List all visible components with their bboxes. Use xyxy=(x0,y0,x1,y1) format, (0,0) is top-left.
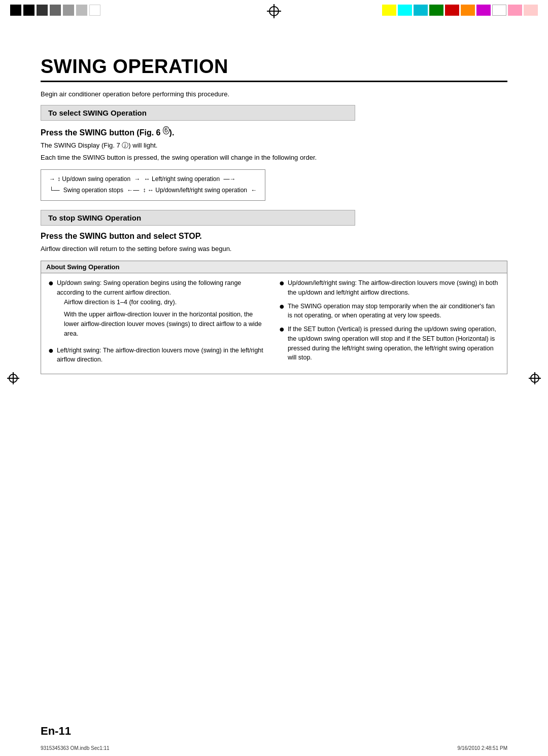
left-crosshair-circle xyxy=(9,374,18,383)
left-crosshair xyxy=(7,372,19,384)
main-content: SWING OPERATION Begin air conditioner op… xyxy=(41,30,507,374)
about-col1: ● Up/down swing: Swing operation begins … xyxy=(48,278,269,369)
about-header: About Swing Operation xyxy=(41,261,507,273)
bullet-icon-3: ● xyxy=(279,278,285,289)
about-box: About Swing Operation ● Up/down swing: S… xyxy=(41,261,507,374)
top-registration-bar xyxy=(0,0,548,20)
bullet-icon-4: ● xyxy=(279,302,285,312)
about-col2-item1-text: Up/down/left/right swing: The airflow-di… xyxy=(288,278,500,298)
section1-body2: Each time the SWING button is pressed, t… xyxy=(41,153,507,163)
about-col1-item1-text: Up/down swing: Swing operation begins us… xyxy=(57,278,269,342)
flow-corner-right: —→ xyxy=(222,174,235,185)
reg-square-1 xyxy=(10,5,21,16)
section1-header: To select SWING Operation xyxy=(41,105,355,121)
about-col2-item1-main: Up/down/left/right swing: The airflow-di… xyxy=(288,279,498,296)
reg-square-3 xyxy=(37,5,48,16)
flow-corner-left: └— xyxy=(49,185,60,196)
about-col1-item2: ● Left/right swing: The airflow-directio… xyxy=(48,346,269,365)
color-pink xyxy=(508,5,522,16)
about-col1-item1-indent1-text: Airflow direction is 1–4 (for cooling, d… xyxy=(64,299,177,306)
section2-header: To stop SWING Operation xyxy=(41,210,355,226)
flow-arrow-back1: ←— xyxy=(125,185,139,196)
footer-file: 9315345363 OM.indb Sec1:11 xyxy=(41,745,110,751)
flow-arrow-start: → xyxy=(49,174,55,185)
flow-leftright-label: ↔ Left/right swing operation xyxy=(144,174,220,185)
center-crosshair xyxy=(267,4,281,18)
color-red xyxy=(445,5,459,16)
flow-row-1: → ↕ Up/down swing operation → ↔ Left/rig… xyxy=(49,174,257,185)
flow-updownleftright-label: ↕ ↔ Up/down/left/right swing operation xyxy=(141,185,247,196)
color-white xyxy=(492,5,506,16)
color-cyan xyxy=(398,5,412,16)
right-crosshair-icon xyxy=(529,372,541,384)
flow-updown-label: ↕ Up/down swing operation xyxy=(57,174,130,185)
section2-subtitle: Press the SWING button and select STOP. xyxy=(41,232,507,241)
about-col2-item2-text: The SWING operation may stop temporarily… xyxy=(288,302,500,321)
about-col1-item1-indent1: Airflow direction is 1–4 (for cooling, d… xyxy=(64,298,269,307)
about-col1-item1-indent2: With the upper airflow-direction louver … xyxy=(64,310,269,338)
about-col2-item1: ● Up/down/left/right swing: The airflow-… xyxy=(279,278,500,298)
page-container: SWING OPERATION Begin air conditioner op… xyxy=(0,0,548,756)
color-squares-right xyxy=(382,5,538,16)
about-col2-item2-main: The SWING operation may stop temporarily… xyxy=(288,303,495,319)
reg-square-5 xyxy=(63,5,74,16)
bullet-icon-5: ● xyxy=(279,325,285,335)
about-col1-item2-main: Left/right swing: The airflow-direction … xyxy=(57,347,263,364)
about-col2-item2: ● The SWING operation may stop temporari… xyxy=(279,302,500,321)
footer-date: 9/16/2010 2:48:51 PM xyxy=(458,745,507,751)
about-col2-item3-main: If the SET button (Vertical) is pressed … xyxy=(288,326,496,361)
reg-square-4 xyxy=(50,5,61,16)
right-crosshair xyxy=(529,372,541,384)
bullet-icon-2: ● xyxy=(48,346,54,356)
about-col1-item1: ● Up/down swing: Swing operation begins … xyxy=(48,278,269,342)
bullet-icon-1: ● xyxy=(48,278,54,289)
section1-body1: The SWING Display (Fig. 7 ⓙ) will light. xyxy=(41,140,507,151)
about-col1-item1-indent2-text: With the upper airflow-direction louver … xyxy=(64,311,262,337)
right-crosshair-circle xyxy=(530,374,539,383)
flow-diagram: → ↕ Up/down swing operation → ↔ Left/rig… xyxy=(41,169,265,200)
flow-arrow-back2: ← xyxy=(249,185,257,196)
flow-arrow-mid: → xyxy=(132,174,142,185)
section2-body: Airflow direction will return to the set… xyxy=(41,244,507,254)
about-col1-item1-main: Up/down swing: Swing operation begins us… xyxy=(57,279,241,296)
intro-text: Begin air conditioner operation before p… xyxy=(41,90,507,98)
about-col2-item3: ● If the SET button (Vertical) is presse… xyxy=(279,325,500,363)
about-content: ● Up/down swing: Swing operation begins … xyxy=(41,273,507,374)
color-lightpink xyxy=(524,5,538,16)
crosshair-icon xyxy=(267,4,281,18)
section1-subtitle: Press the SWING button (Fig. 6 6). xyxy=(41,127,507,137)
about-col2: ● Up/down/left/right swing: The airflow-… xyxy=(279,278,500,369)
crosshair-circle xyxy=(269,6,279,16)
color-magenta xyxy=(476,5,491,16)
flow-row-2: └— Swing operation stops ←— ↕ ↔ Up/down/… xyxy=(49,185,257,196)
color-green xyxy=(429,5,443,16)
about-col2-item3-text: If the SET button (Vertical) is pressed … xyxy=(288,325,500,363)
page-number: En-11 xyxy=(41,725,71,738)
color-lightblue xyxy=(414,5,428,16)
page-title: SWING OPERATION xyxy=(41,56,507,82)
reg-square-7 xyxy=(89,5,100,16)
about-col1-item2-text: Left/right swing: The airflow-direction … xyxy=(57,346,269,365)
color-orange xyxy=(461,5,475,16)
reg-square-6 xyxy=(76,5,87,16)
left-crosshair-icon xyxy=(7,372,19,384)
color-yellow xyxy=(382,5,396,16)
flow-stops-label: Swing operation stops xyxy=(62,185,123,196)
reg-square-2 xyxy=(23,5,35,16)
reg-squares-left xyxy=(10,5,100,16)
